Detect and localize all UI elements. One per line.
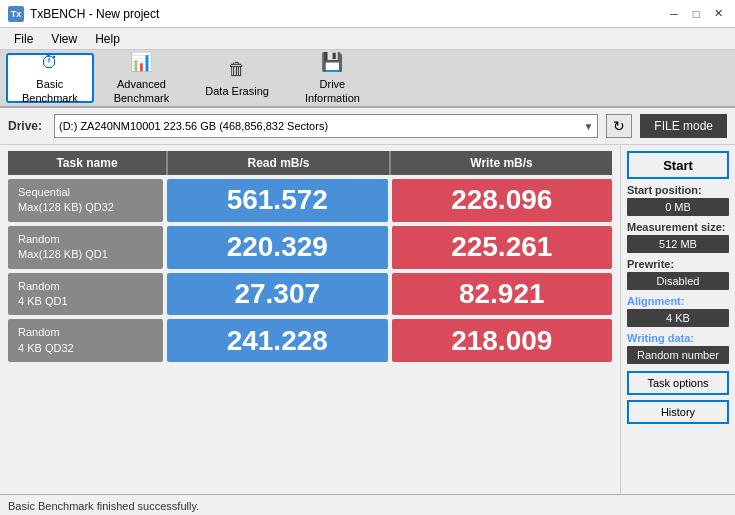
write-random-4kb-qd32: 218.009 (392, 319, 613, 362)
write-sequential: 228.096 (392, 179, 613, 222)
tab-basic-benchmark[interactable]: ⏱ BasicBenchmark (6, 53, 94, 103)
drive-row: Drive: (D:) ZA240NM10001 223.56 GB (468,… (0, 108, 735, 145)
menu-help[interactable]: Help (87, 30, 128, 48)
prewrite-value: Disabled (627, 272, 729, 290)
task-sequential: SequentialMax(128 KB) QD32 (8, 179, 163, 222)
history-button[interactable]: History (627, 400, 729, 424)
alignment-section: Alignment: 4 KB (627, 295, 729, 327)
advanced-benchmark-icon: 📊 (130, 51, 152, 74)
col-header-read: Read mB/s (168, 151, 391, 175)
advanced-benchmark-label: AdvancedBenchmark (114, 77, 170, 106)
col-header-write: Write mB/s (391, 151, 612, 175)
prewrite-section: Prewrite: Disabled (627, 258, 729, 290)
menu-bar: File View Help (0, 28, 735, 50)
title-bar-left: Tx TxBENCH - New project (8, 6, 159, 22)
start-position-section: Start position: 0 MB (627, 184, 729, 216)
start-position-label: Start position: (627, 184, 729, 196)
app-title: TxBENCH - New project (30, 7, 159, 21)
writing-data-label: Writing data: (627, 332, 729, 344)
start-button[interactable]: Start (627, 151, 729, 179)
main-area: Task name Read mB/s Write mB/s Sequentia… (0, 145, 735, 494)
tab-data-erasing[interactable]: 🗑 Data Erasing (189, 53, 285, 103)
read-random-4kb-qd32: 241.228 (167, 319, 388, 362)
menu-file[interactable]: File (6, 30, 41, 48)
table-row: SequentialMax(128 KB) QD32 561.572 228.0… (8, 179, 612, 222)
measurement-size-value: 512 MB (627, 235, 729, 253)
writing-data-value: Random number (627, 346, 729, 364)
title-bar: Tx TxBENCH - New project ─ □ ✕ (0, 0, 735, 28)
read-random-4kb-qd1: 27.307 (167, 273, 388, 316)
data-erasing-icon: 🗑 (228, 58, 246, 81)
write-random-128kb: 225.261 (392, 226, 613, 269)
app-icon: Tx (8, 6, 24, 22)
alignment-value: 4 KB (627, 309, 729, 327)
tab-advanced-benchmark[interactable]: 📊 AdvancedBenchmark (98, 53, 186, 103)
drive-info-label: DriveInformation (305, 77, 360, 106)
basic-benchmark-icon: ⏱ (41, 51, 59, 74)
table-row: Random4 KB QD32 241.228 218.009 (8, 319, 612, 362)
drive-select-value: (D:) ZA240NM10001 223.56 GB (468,856,832… (59, 120, 328, 132)
benchmark-table: Task name Read mB/s Write mB/s Sequentia… (0, 145, 620, 494)
drive-info-icon: 💾 (321, 51, 343, 74)
alignment-label: Alignment: (627, 295, 729, 307)
task-random-128kb: RandomMax(128 KB) QD1 (8, 226, 163, 269)
basic-benchmark-label: BasicBenchmark (22, 77, 78, 106)
status-bar: Basic Benchmark finished successfully. (0, 494, 735, 515)
right-panel: Start Start position: 0 MB Measurement s… (620, 145, 735, 494)
measurement-size-section: Measurement size: 512 MB (627, 221, 729, 253)
task-random-4kb-qd1: Random4 KB QD1 (8, 273, 163, 316)
data-erasing-label: Data Erasing (205, 84, 269, 98)
close-button[interactable]: ✕ (709, 5, 727, 23)
drive-select[interactable]: (D:) ZA240NM10001 223.56 GB (468,856,832… (54, 114, 598, 138)
start-position-value: 0 MB (627, 198, 729, 216)
measurement-size-label: Measurement size: (627, 221, 729, 233)
status-message: Basic Benchmark finished successfully. (8, 500, 199, 512)
task-random-4kb-qd32: Random4 KB QD32 (8, 319, 163, 362)
write-random-4kb-qd1: 82.921 (392, 273, 613, 316)
writing-data-section: Writing data: Random number (627, 332, 729, 364)
drive-select-arrow-icon: ▼ (583, 121, 593, 132)
table-header: Task name Read mB/s Write mB/s (8, 151, 612, 175)
toolbar: ⏱ BasicBenchmark 📊 AdvancedBenchmark 🗑 D… (0, 50, 735, 108)
col-header-task: Task name (8, 151, 168, 175)
read-random-128kb: 220.329 (167, 226, 388, 269)
table-row: RandomMax(128 KB) QD1 220.329 225.261 (8, 226, 612, 269)
drive-refresh-button[interactable]: ↻ (606, 114, 632, 138)
file-mode-button[interactable]: FILE mode (640, 114, 727, 138)
drive-label: Drive: (8, 119, 42, 133)
refresh-icon: ↻ (613, 118, 625, 134)
prewrite-label: Prewrite: (627, 258, 729, 270)
read-sequential: 561.572 (167, 179, 388, 222)
minimize-button[interactable]: ─ (665, 5, 683, 23)
maximize-button[interactable]: □ (687, 5, 705, 23)
task-options-button[interactable]: Task options (627, 371, 729, 395)
tab-drive-information[interactable]: 💾 DriveInformation (289, 53, 376, 103)
menu-view[interactable]: View (43, 30, 85, 48)
title-bar-controls: ─ □ ✕ (665, 5, 727, 23)
table-row: Random4 KB QD1 27.307 82.921 (8, 273, 612, 316)
